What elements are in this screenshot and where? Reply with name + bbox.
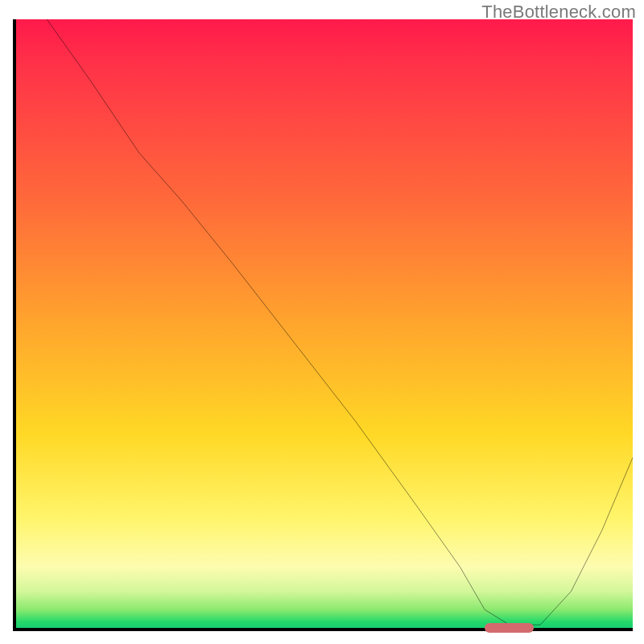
curve-path (47, 19, 633, 625)
optimum-marker (485, 623, 534, 633)
bottleneck-curve (16, 19, 633, 628)
watermark: TheBottleneck.com (481, 2, 636, 23)
plot-area (13, 19, 633, 631)
